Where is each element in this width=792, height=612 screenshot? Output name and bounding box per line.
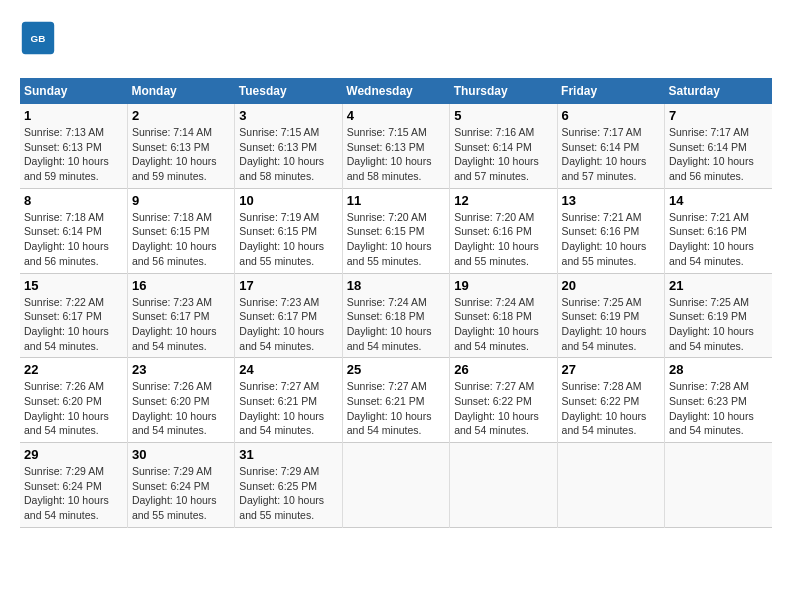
calendar-cell: 11 Sunrise: 7:20 AMSunset: 6:15 PMDaylig… [342,188,449,273]
header-friday: Friday [557,78,664,104]
logo: GB [20,20,60,56]
header-sunday: Sunday [20,78,127,104]
day-info: Sunrise: 7:22 AMSunset: 6:17 PMDaylight:… [24,295,123,354]
header-wednesday: Wednesday [342,78,449,104]
calendar-week-row: 1 Sunrise: 7:13 AMSunset: 6:13 PMDayligh… [20,104,772,188]
day-info: Sunrise: 7:20 AMSunset: 6:15 PMDaylight:… [347,210,445,269]
day-info: Sunrise: 7:16 AMSunset: 6:14 PMDaylight:… [454,125,552,184]
logo-icon: GB [20,20,56,56]
calendar-header-row: SundayMondayTuesdayWednesdayThursdayFrid… [20,78,772,104]
day-number: 5 [454,108,552,123]
calendar-cell: 28 Sunrise: 7:28 AMSunset: 6:23 PMDaylig… [665,358,772,443]
calendar-cell: 4 Sunrise: 7:15 AMSunset: 6:13 PMDayligh… [342,104,449,188]
day-info: Sunrise: 7:29 AMSunset: 6:25 PMDaylight:… [239,464,337,523]
day-number: 10 [239,193,337,208]
calendar-cell: 18 Sunrise: 7:24 AMSunset: 6:18 PMDaylig… [342,273,449,358]
day-info: Sunrise: 7:14 AMSunset: 6:13 PMDaylight:… [132,125,230,184]
calendar-cell: 6 Sunrise: 7:17 AMSunset: 6:14 PMDayligh… [557,104,664,188]
day-info: Sunrise: 7:15 AMSunset: 6:13 PMDaylight:… [239,125,337,184]
day-number: 30 [132,447,230,462]
calendar-cell: 1 Sunrise: 7:13 AMSunset: 6:13 PMDayligh… [20,104,127,188]
calendar-cell [557,443,664,528]
day-number: 16 [132,278,230,293]
calendar-cell: 10 Sunrise: 7:19 AMSunset: 6:15 PMDaylig… [235,188,342,273]
day-number: 15 [24,278,123,293]
day-number: 26 [454,362,552,377]
day-number: 13 [562,193,660,208]
day-number: 12 [454,193,552,208]
calendar-cell: 17 Sunrise: 7:23 AMSunset: 6:17 PMDaylig… [235,273,342,358]
header-tuesday: Tuesday [235,78,342,104]
day-info: Sunrise: 7:27 AMSunset: 6:21 PMDaylight:… [239,379,337,438]
day-info: Sunrise: 7:29 AMSunset: 6:24 PMDaylight:… [132,464,230,523]
day-info: Sunrise: 7:28 AMSunset: 6:22 PMDaylight:… [562,379,660,438]
day-number: 3 [239,108,337,123]
day-number: 28 [669,362,768,377]
calendar-cell: 19 Sunrise: 7:24 AMSunset: 6:18 PMDaylig… [450,273,557,358]
calendar-cell [342,443,449,528]
day-number: 11 [347,193,445,208]
day-info: Sunrise: 7:23 AMSunset: 6:17 PMDaylight:… [132,295,230,354]
day-info: Sunrise: 7:27 AMSunset: 6:22 PMDaylight:… [454,379,552,438]
day-number: 23 [132,362,230,377]
calendar-cell: 27 Sunrise: 7:28 AMSunset: 6:22 PMDaylig… [557,358,664,443]
day-info: Sunrise: 7:27 AMSunset: 6:21 PMDaylight:… [347,379,445,438]
calendar-cell: 29 Sunrise: 7:29 AMSunset: 6:24 PMDaylig… [20,443,127,528]
day-number: 19 [454,278,552,293]
day-info: Sunrise: 7:28 AMSunset: 6:23 PMDaylight:… [669,379,768,438]
day-number: 31 [239,447,337,462]
day-number: 29 [24,447,123,462]
day-info: Sunrise: 7:29 AMSunset: 6:24 PMDaylight:… [24,464,123,523]
calendar-cell: 2 Sunrise: 7:14 AMSunset: 6:13 PMDayligh… [127,104,234,188]
header-monday: Monday [127,78,234,104]
calendar-cell: 12 Sunrise: 7:20 AMSunset: 6:16 PMDaylig… [450,188,557,273]
day-number: 2 [132,108,230,123]
day-number: 22 [24,362,123,377]
calendar-cell: 20 Sunrise: 7:25 AMSunset: 6:19 PMDaylig… [557,273,664,358]
calendar-cell: 15 Sunrise: 7:22 AMSunset: 6:17 PMDaylig… [20,273,127,358]
calendar-cell: 24 Sunrise: 7:27 AMSunset: 6:21 PMDaylig… [235,358,342,443]
calendar-week-row: 8 Sunrise: 7:18 AMSunset: 6:14 PMDayligh… [20,188,772,273]
day-number: 17 [239,278,337,293]
header-saturday: Saturday [665,78,772,104]
day-number: 1 [24,108,123,123]
calendar-cell: 21 Sunrise: 7:25 AMSunset: 6:19 PMDaylig… [665,273,772,358]
day-info: Sunrise: 7:13 AMSunset: 6:13 PMDaylight:… [24,125,123,184]
calendar-cell: 25 Sunrise: 7:27 AMSunset: 6:21 PMDaylig… [342,358,449,443]
calendar-cell: 7 Sunrise: 7:17 AMSunset: 6:14 PMDayligh… [665,104,772,188]
day-number: 20 [562,278,660,293]
day-info: Sunrise: 7:18 AMSunset: 6:15 PMDaylight:… [132,210,230,269]
calendar-cell: 5 Sunrise: 7:16 AMSunset: 6:14 PMDayligh… [450,104,557,188]
day-number: 21 [669,278,768,293]
day-number: 25 [347,362,445,377]
calendar-cell: 23 Sunrise: 7:26 AMSunset: 6:20 PMDaylig… [127,358,234,443]
day-number: 9 [132,193,230,208]
day-info: Sunrise: 7:24 AMSunset: 6:18 PMDaylight:… [454,295,552,354]
calendar-cell: 30 Sunrise: 7:29 AMSunset: 6:24 PMDaylig… [127,443,234,528]
day-number: 7 [669,108,768,123]
day-info: Sunrise: 7:21 AMSunset: 6:16 PMDaylight:… [562,210,660,269]
day-info: Sunrise: 7:18 AMSunset: 6:14 PMDaylight:… [24,210,123,269]
day-info: Sunrise: 7:21 AMSunset: 6:16 PMDaylight:… [669,210,768,269]
day-info: Sunrise: 7:24 AMSunset: 6:18 PMDaylight:… [347,295,445,354]
calendar-cell: 3 Sunrise: 7:15 AMSunset: 6:13 PMDayligh… [235,104,342,188]
calendar-cell [450,443,557,528]
day-info: Sunrise: 7:23 AMSunset: 6:17 PMDaylight:… [239,295,337,354]
day-info: Sunrise: 7:26 AMSunset: 6:20 PMDaylight:… [24,379,123,438]
day-info: Sunrise: 7:17 AMSunset: 6:14 PMDaylight:… [562,125,660,184]
day-number: 24 [239,362,337,377]
day-number: 27 [562,362,660,377]
calendar-cell: 14 Sunrise: 7:21 AMSunset: 6:16 PMDaylig… [665,188,772,273]
calendar-week-row: 15 Sunrise: 7:22 AMSunset: 6:17 PMDaylig… [20,273,772,358]
day-info: Sunrise: 7:26 AMSunset: 6:20 PMDaylight:… [132,379,230,438]
day-number: 14 [669,193,768,208]
calendar-week-row: 29 Sunrise: 7:29 AMSunset: 6:24 PMDaylig… [20,443,772,528]
day-number: 18 [347,278,445,293]
day-info: Sunrise: 7:25 AMSunset: 6:19 PMDaylight:… [562,295,660,354]
calendar-cell: 26 Sunrise: 7:27 AMSunset: 6:22 PMDaylig… [450,358,557,443]
calendar-table: SundayMondayTuesdayWednesdayThursdayFrid… [20,78,772,528]
day-info: Sunrise: 7:20 AMSunset: 6:16 PMDaylight:… [454,210,552,269]
calendar-cell: 8 Sunrise: 7:18 AMSunset: 6:14 PMDayligh… [20,188,127,273]
day-number: 8 [24,193,123,208]
day-number: 4 [347,108,445,123]
